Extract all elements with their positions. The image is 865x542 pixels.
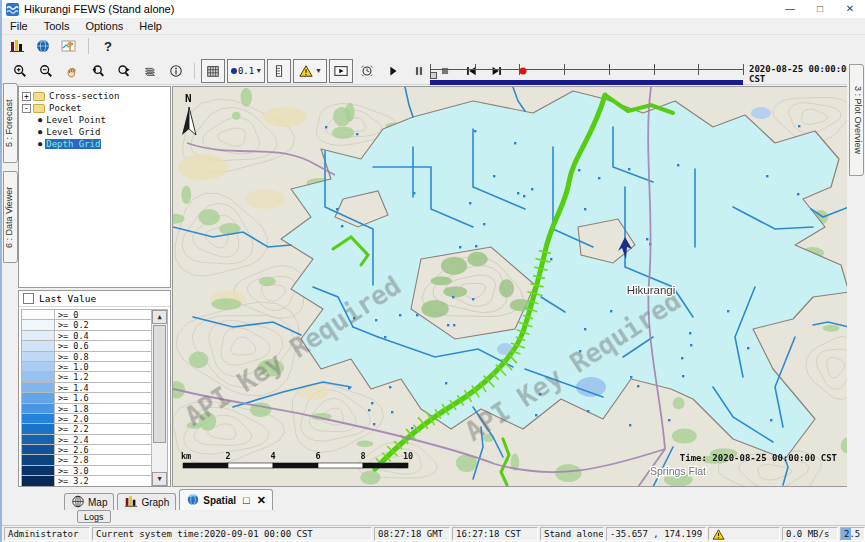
scroll-up-icon[interactable]: ▲ (152, 310, 167, 324)
scale-tick-label: 10 (403, 451, 413, 461)
time-slider-tick (430, 64, 431, 75)
time-slider-tick (519, 64, 520, 75)
toolbar-separator (194, 63, 195, 79)
legend-class-label: >= 0.6 (55, 341, 89, 350)
tab-forecast[interactable]: 5 : Forecast (3, 83, 18, 163)
legend-row: >= 2.4 (22, 435, 151, 445)
zoom-previous-button[interactable] (86, 59, 110, 83)
logs-row: Logs (2, 510, 865, 525)
animation-panel-button[interactable] (329, 59, 353, 83)
time-slider[interactable] (430, 60, 744, 82)
locality-label: Springs Flat (650, 465, 706, 477)
bar-chart-icon (124, 495, 138, 510)
tab-label: Spatial (203, 495, 236, 506)
last-value-checkbox[interactable] (23, 293, 34, 304)
tree-node-level-grid[interactable]: ●Level Grid (22, 126, 170, 138)
filter-tree: +Cross-section-Pocket●Level Point●Level … (18, 86, 171, 288)
bottom-tab-bar: MapGraphSpatial□✕ (2, 487, 865, 510)
scale-bar-button[interactable] (267, 59, 291, 83)
legend-color-swatch (22, 414, 55, 423)
contour-interval-button[interactable]: 0.1 ▼ (227, 59, 265, 83)
status-text: 16:27:18 CST (456, 529, 521, 539)
minimize-button[interactable]: — (775, 0, 805, 18)
tree-node-label: Cross-section (48, 91, 120, 101)
zoom-in-icon (12, 64, 28, 78)
layers-button[interactable] (138, 59, 162, 83)
tree-expander-icon[interactable]: + (22, 92, 31, 101)
pause-button[interactable] (407, 59, 431, 83)
legend-class-label: >= 3.0 (55, 466, 89, 475)
scrollbar-thumb[interactable] (153, 325, 166, 443)
spatial-display-button[interactable] (58, 36, 80, 56)
info-icon (168, 64, 184, 78)
tree-node-cross-section[interactable]: +Cross-section (22, 90, 170, 102)
map-time-label: Time: 2020-08-25 00:00:00 CST (680, 453, 838, 463)
zoom-previous-icon (90, 64, 106, 78)
tree-node-level-point[interactable]: ●Level Point (22, 114, 170, 126)
data-viewer-panel: +Cross-section-Pocket●Level Point●Level … (18, 85, 172, 487)
legend-class-label: >= 3.2 (55, 476, 89, 485)
status-local-time: 16:27:18 CST (452, 527, 538, 541)
legend-scrollbar[interactable]: ▲ ▼ (151, 310, 167, 486)
close-button[interactable]: ✕ (835, 0, 865, 18)
legend-color-swatch (22, 476, 55, 485)
legend-class-label: >= 1.0 (55, 362, 89, 371)
status-text: Current system time:2020-09-01 00:00 CST (96, 529, 313, 539)
maximize-button[interactable]: □ (805, 0, 835, 18)
tab-plot-overview[interactable]: 3 : Plot Overview (849, 64, 864, 176)
pan-button[interactable] (60, 59, 84, 83)
legend-row: >= 3.2 (22, 476, 151, 486)
tree-node-pocket[interactable]: -Pocket (22, 102, 170, 114)
legend-color-swatch (22, 372, 55, 381)
tab-logs[interactable]: Logs (77, 510, 111, 523)
map-display-button[interactable] (32, 36, 54, 56)
legend-class-label: >= 2.2 (55, 424, 89, 433)
legend-color-swatch (22, 424, 55, 433)
menu-item-help[interactable]: Help (131, 19, 170, 33)
warning-icon (712, 532, 725, 541)
legend-color-swatch (22, 404, 55, 413)
menu-item-tools[interactable]: Tools (36, 19, 78, 33)
zoom-next-button[interactable] (112, 59, 136, 83)
time-slider-handle[interactable] (430, 72, 437, 79)
time-slider-tick (609, 64, 610, 75)
legend-class-label: >= 1.8 (55, 404, 89, 413)
status-text: -35.657 , 174.199 (610, 529, 702, 539)
zoom-in-button[interactable] (8, 59, 32, 83)
tab-spatial[interactable]: Spatial□✕ (179, 489, 273, 510)
tab-map[interactable]: Map (64, 493, 114, 510)
help-button[interactable]: ? (97, 36, 119, 56)
menu-item-options[interactable]: Options (77, 19, 131, 33)
animation-settings-button[interactable] (355, 59, 379, 83)
legend-color-swatch (22, 466, 55, 475)
database-display-button[interactable] (6, 36, 28, 56)
close-panel-icon[interactable]: ✕ (257, 494, 266, 507)
legend-row: >= 1.8 (22, 404, 151, 414)
folder-icon (33, 104, 45, 113)
window-title: Hikurangi FEWS (Stand alone) (24, 3, 775, 15)
legend-row: >= 0.2 (22, 320, 151, 330)
menu-item-file[interactable]: File (2, 19, 36, 33)
time-slider-track (430, 69, 743, 70)
zoom-out-button[interactable] (34, 59, 58, 83)
scroll-down-icon[interactable]: ▼ (152, 472, 167, 486)
tree-node-depth-grid[interactable]: ●Depth Grid (22, 138, 170, 150)
north-label: N (185, 92, 192, 105)
last-value-label: Last Value (39, 293, 96, 304)
map-canvas[interactable]: API Key Required API Key Required Hikura… (173, 87, 849, 487)
status-bandwidth: 0.0 MB/s (782, 527, 838, 541)
maximize-panel-icon[interactable]: □ (243, 494, 250, 506)
info-button[interactable] (164, 59, 188, 83)
tab-data-viewer[interactable]: 6 : Data Viewer (3, 171, 18, 263)
legend-color-swatch (22, 455, 55, 464)
legend-panel: Last Value >= 0>= 0.2>= 0.4>= 0.6>= 0.8>… (18, 290, 171, 487)
tree-expander-icon[interactable]: - (22, 104, 31, 113)
thresholds-button[interactable]: ▼ (293, 59, 327, 83)
warning-icon (298, 64, 314, 78)
time-slider-tick (743, 64, 744, 75)
grid-toggle-button[interactable] (201, 59, 225, 83)
status-mode: Stand alone (540, 527, 604, 541)
play-button[interactable] (381, 59, 405, 83)
legend-color-swatch (22, 320, 55, 329)
tab-graph[interactable]: Graph (117, 493, 176, 510)
